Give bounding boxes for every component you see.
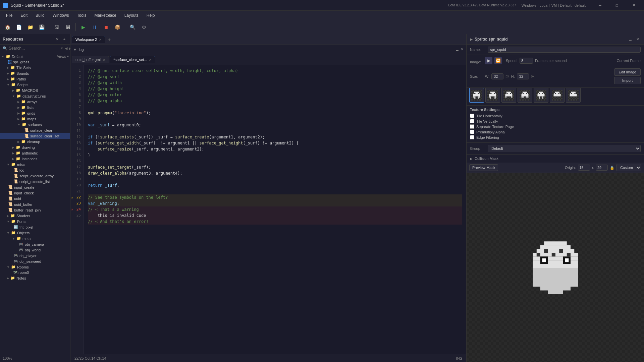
tree-spr-grass[interactable]: 🖼 spr_grass — [0, 59, 70, 65]
close-button[interactable]: ✕ — [626, 0, 641, 11]
toolbar-debug[interactable]: ⏸ — [90, 22, 99, 32]
tile-vertically-checkbox[interactable] — [470, 119, 474, 123]
tree-script-exec-list[interactable]: 📜 script_execute_list — [0, 179, 70, 184]
frame-thumb-4[interactable] — [534, 88, 548, 103]
tree-shaders[interactable]: ▶ 📁 Shaders — [0, 213, 70, 219]
tree-uuid-buffer[interactable]: 📜 uuid_buffer — [0, 201, 70, 207]
maximize-button[interactable]: □ — [609, 0, 625, 11]
search-dropdown-icon[interactable]: ▼ — [60, 47, 63, 50]
edge-filtering-checkbox[interactable] — [470, 135, 474, 139]
menu-edit[interactable]: Edit — [17, 12, 31, 19]
tree-surface-clear[interactable]: 📜 surface_clear — [0, 127, 70, 133]
tree-arithmetic[interactable]: ▶ 📁 arithmetic — [0, 150, 70, 156]
tree-cleanup[interactable]: ▶ 📁 cleanup — [0, 139, 70, 144]
premultiply-checkbox[interactable] — [470, 130, 474, 134]
sprite-play-btn[interactable]: ▶ — [485, 57, 492, 64]
origin-y-input[interactable] — [596, 165, 608, 171]
tree-misc[interactable]: ▼ 📁 misc — [0, 162, 70, 167]
tree-datastructures[interactable]: ▼ 📁 datastructures — [0, 93, 70, 99]
toolbar-save[interactable]: 💾 — [37, 22, 46, 32]
menu-windows[interactable]: Windows — [49, 12, 72, 19]
tree-log[interactable]: 📜 log — [0, 167, 70, 173]
menu-file[interactable]: File — [3, 12, 16, 19]
toolbar-package[interactable]: 📦 — [113, 22, 122, 32]
editor-close-btn[interactable]: ✕ — [461, 47, 464, 52]
origin-preset-select[interactable]: Custom Top Left Center — [616, 164, 641, 171]
tree-uuid[interactable]: 📜 uuid — [0, 196, 70, 201]
toolbar-save2[interactable]: 🖫 — [52, 22, 61, 32]
tree-sounds[interactable]: ▶ 📁 Sounds — [0, 70, 70, 76]
toolbar-run[interactable]: ▶ — [78, 22, 88, 32]
sprite-panel-close[interactable]: ✕ — [635, 36, 641, 42]
toolbar-open[interactable]: 📁 — [25, 22, 35, 32]
menu-marketplace[interactable]: Marketplace — [91, 12, 119, 19]
tree-lists[interactable]: ▶ 📁 lists — [0, 105, 70, 110]
sprite-panel-minimize[interactable]: 🗕 — [627, 36, 633, 42]
speed-input[interactable] — [520, 58, 533, 64]
tree-maps[interactable]: ▶ 📁 maps — [0, 116, 70, 122]
workspace-tab[interactable]: Workspace 2 ✕ — [72, 36, 105, 43]
toolbar-search[interactable]: 🔍 — [128, 22, 137, 32]
tab-surface-close[interactable]: ✕ — [149, 58, 152, 62]
separate-texture-checkbox[interactable] — [470, 124, 474, 129]
lock-icon[interactable]: 🔒 — [610, 166, 614, 170]
tree-fnt-pixel[interactable]: 🔤 fnt_pixel — [0, 224, 70, 230]
resources-add-btn[interactable]: + — [61, 36, 67, 42]
code-content[interactable]: /// @func surface_clear_set(surf, width,… — [84, 65, 466, 354]
tree-tilesets[interactable]: ▶ 📁 Tile Sets — [0, 65, 70, 70]
menu-tools[interactable]: Tools — [73, 12, 90, 19]
frame-thumb-0[interactable] — [469, 88, 484, 103]
tree-surface-clear-set[interactable]: 📜 surface_clear_set — [0, 133, 70, 139]
tree-buffer-read-join[interactable]: 📜 buffer_read_join — [0, 207, 70, 213]
toolbar-new[interactable]: 📄 — [14, 22, 23, 32]
toolbar-save3[interactable]: 🖬 — [63, 22, 73, 32]
tab-uuid-buffer-close[interactable]: ✕ — [103, 58, 105, 62]
tree-script-exec-array[interactable]: 📜 script_execute_array — [0, 173, 70, 179]
tree-grids[interactable]: ▶ 📁 grids — [0, 110, 70, 116]
tree-meta[interactable]: ▼ 📁 meta — [0, 236, 70, 241]
frame-thumb-3[interactable] — [518, 88, 532, 103]
tab-surface-clear-set[interactable]: *surface_clear_set... ✕ — [110, 56, 155, 63]
tree-instances[interactable]: ▶ 📁 instances — [0, 156, 70, 162]
tree-notes[interactable]: ▶ 📁 Notes — [0, 275, 70, 281]
toolbar-stop[interactable]: ⏹ — [101, 22, 111, 32]
tree-objects[interactable]: ▼ 📁 Objects — [0, 230, 70, 236]
editor-minimize-btn[interactable]: 🗕 — [455, 48, 459, 52]
frame-thumb-5[interactable] — [550, 88, 565, 103]
import-btn[interactable]: Import — [614, 77, 641, 84]
origin-x-input[interactable] — [578, 165, 590, 171]
group-select[interactable]: Default — [488, 145, 641, 152]
tree-input-check[interactable]: 📜 input_check — [0, 190, 70, 196]
frame-thumb-6[interactable] — [566, 88, 581, 103]
tile-horizontally-checkbox[interactable] — [470, 114, 474, 118]
sprite-name-input[interactable] — [488, 47, 641, 53]
tree-macros[interactable]: ▶ 📁 MACROS — [0, 87, 70, 93]
search-nav-prev[interactable]: ◀ — [65, 46, 67, 51]
tree-paths[interactable]: ▶ 📁 Paths — [0, 76, 70, 82]
toolbar-settings[interactable]: ⚙ — [139, 22, 149, 32]
height-input[interactable] — [517, 73, 529, 79]
tree-rooms[interactable]: ▼ 📁 Rooms — [0, 264, 70, 270]
sprite-loop-btn[interactable]: 🔁 — [494, 57, 502, 64]
minimize-button[interactable]: ─ — [592, 0, 608, 11]
edit-image-btn[interactable]: Edit Image — [614, 68, 641, 76]
frame-thumb-2[interactable] — [501, 88, 516, 103]
tree-arrays[interactable]: ▶ 📁 arrays — [0, 99, 70, 105]
workspace-tab-close[interactable]: ✕ — [99, 38, 102, 42]
tree-obj-world[interactable]: 🎮 obj_world — [0, 247, 70, 253]
menu-help[interactable]: Help — [143, 12, 158, 19]
width-input[interactable] — [491, 73, 503, 79]
tree-obj-player[interactable]: 🎮 obj_player — [0, 253, 70, 258]
frame-thumb-1[interactable] — [485, 88, 500, 103]
menu-layouts[interactable]: Layouts — [121, 12, 142, 19]
tree-surfaces[interactable]: ▼ 📁 surfaces — [0, 122, 70, 127]
new-workspace-btn[interactable]: + — [106, 36, 113, 43]
tab-uuid-buffer[interactable]: uuid_buffer.gml ✕ — [72, 56, 109, 63]
collision-header[interactable]: ▶ Collision Mask — [470, 157, 641, 161]
tree-scripts[interactable]: ▼ 📁 Scripts — [0, 82, 70, 87]
tree-drawing[interactable]: ▶ 📁 drawing — [0, 144, 70, 150]
tree-obj-camera[interactable]: 🎮 obj_camera — [0, 241, 70, 247]
menu-build[interactable]: Build — [32, 12, 48, 19]
search-input[interactable] — [9, 46, 59, 51]
tree-fonts[interactable]: ▼ 📁 Fonts — [0, 219, 70, 224]
